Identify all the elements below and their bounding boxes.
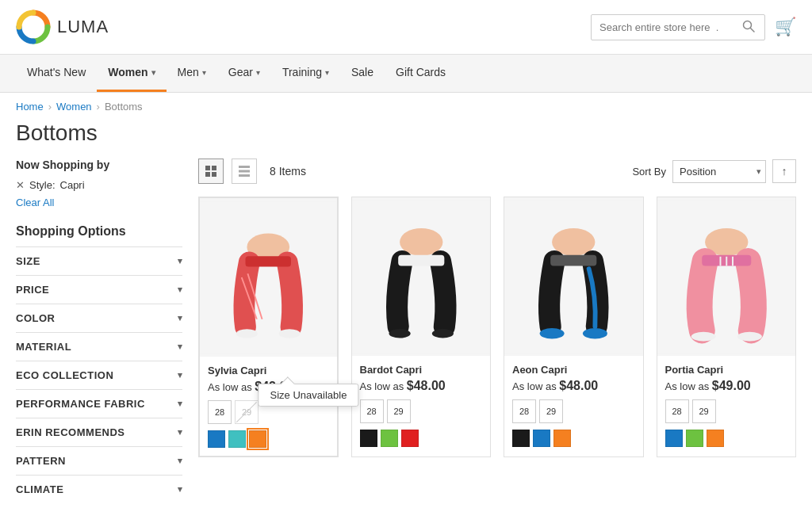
search-input[interactable] <box>599 21 742 33</box>
product-name-aeon[interactable]: Aeon Capri <box>512 364 635 376</box>
color-swatch-blue[interactable] <box>665 430 683 447</box>
svg-point-1 <box>27 21 40 33</box>
product-card-sylvia-capri: Sylvia Capri As low as $42.00 28 29 Size… <box>198 197 339 457</box>
svg-rect-20 <box>398 255 444 266</box>
color-swatch-blue[interactable] <box>533 430 550 447</box>
header-right: 🛒 <box>591 14 796 40</box>
product-image-aeon[interactable] <box>504 197 643 356</box>
product-info-aeon: Aeon Capri As low as $48.00 28 29 <box>504 356 643 455</box>
size-swatch-29[interactable]: 29 <box>539 399 563 423</box>
color-swatch-green[interactable] <box>686 430 703 447</box>
svg-point-34 <box>691 332 715 342</box>
sort-direction-button[interactable]: ↑ <box>772 159 796 183</box>
grid-view-button[interactable] <box>198 159 224 184</box>
shopping-options-title: Shopping Options <box>16 224 182 239</box>
breadcrumb-home[interactable]: Home <box>16 101 44 113</box>
sort-select-wrapper[interactable]: Position Product Name Price <box>672 160 766 183</box>
color-swatch-red[interactable] <box>401 430 419 447</box>
sort-select[interactable]: Position Product Name Price <box>672 160 766 183</box>
filter-color-label: COLOR <box>16 312 55 324</box>
svg-rect-23 <box>504 200 643 353</box>
nav-arrow-training: ▾ <box>325 68 329 77</box>
logo-text: LUMA <box>57 17 109 37</box>
logo-icon <box>16 10 51 44</box>
product-name-portia[interactable]: Portia Capri <box>665 364 788 376</box>
main-nav: What's New Women ▾ Men ▾ Gear ▾ Training… <box>0 55 812 93</box>
size-swatch-28[interactable]: 28 <box>512 399 536 423</box>
size-swatch-28[interactable]: 28 <box>360 399 384 423</box>
size-swatch-29[interactable]: 29 <box>387 399 411 423</box>
size-swatch-28[interactable]: 28 <box>665 399 689 423</box>
svg-rect-6 <box>205 172 210 177</box>
color-swatch-orange[interactable] <box>707 430 724 447</box>
breadcrumb-sep-1: › <box>48 101 52 113</box>
filter-erin-recommends-label: ERIN RECOMMENDS <box>16 426 125 438</box>
remove-filter-button[interactable]: ✕ <box>16 179 25 191</box>
nav-arrow-men: ▾ <box>202 68 206 77</box>
color-swatch-blue[interactable] <box>208 430 225 448</box>
color-swatch-green[interactable] <box>381 430 398 447</box>
svg-rect-18 <box>352 200 491 353</box>
list-view-button[interactable] <box>232 159 257 184</box>
nav-item-women[interactable]: Women ▾ <box>97 55 166 92</box>
filter-color[interactable]: COLOR ▾ <box>16 304 182 332</box>
filter-pattern[interactable]: PATTERN ▾ <box>16 446 182 475</box>
chevron-down-icon: ▾ <box>178 427 183 437</box>
breadcrumb-current: Bottoms <box>105 101 143 113</box>
filter-climate-label: CLIMATE <box>16 483 63 495</box>
size-swatch-28[interactable]: 28 <box>208 400 232 424</box>
logo[interactable]: LUMA <box>16 10 109 44</box>
cart-icon[interactable]: 🛒 <box>775 17 796 37</box>
breadcrumb-women[interactable]: Women <box>56 101 92 113</box>
filter-material[interactable]: MATERIAL ▾ <box>16 332 182 361</box>
filter-material-label: MATERIAL <box>16 341 71 353</box>
nav-item-whats-new[interactable]: What's New <box>16 55 97 92</box>
product-image-sylvia[interactable] <box>200 198 337 357</box>
color-swatch-orange[interactable] <box>249 430 266 448</box>
filter-size-label: SIZE <box>16 255 40 267</box>
nav-item-training[interactable]: Training ▾ <box>271 55 340 92</box>
aeon-capri-image <box>504 197 643 356</box>
chevron-down-icon: ▾ <box>178 342 183 352</box>
filter-erin-recommends[interactable]: ERIN RECOMMENDS ▾ <box>16 418 182 446</box>
color-swatch-black[interactable] <box>360 430 377 447</box>
search-box[interactable] <box>591 14 765 40</box>
chevron-down-icon: ▾ <box>178 256 183 266</box>
portia-capri-image <box>657 197 796 356</box>
size-swatches-aeon: 28 29 <box>512 399 635 423</box>
filter-climate[interactable]: CLIMATE ▾ <box>16 475 182 503</box>
size-swatches-bardot: 28 29 <box>360 399 483 423</box>
svg-rect-10 <box>239 174 250 177</box>
filter-size[interactable]: SIZE ▾ <box>16 246 182 275</box>
filter-eco-collection[interactable]: ECO COLLECTION ▾ <box>16 361 182 389</box>
product-name-sylvia[interactable]: Sylvia Capri <box>208 365 329 376</box>
nav-item-gear[interactable]: Gear ▾ <box>217 55 271 92</box>
filter-performance-fabric[interactable]: PERFORMANCE FABRIC ▾ <box>16 389 182 418</box>
color-swatches-aeon <box>512 430 635 447</box>
toolbar-left: 8 Items <box>198 159 306 184</box>
size-swatch-29[interactable]: 29 <box>692 399 716 423</box>
svg-point-22 <box>431 329 453 338</box>
product-image-bardot[interactable] <box>352 197 491 356</box>
chevron-down-icon: ▾ <box>178 313 183 323</box>
filter-price[interactable]: PRICE ▾ <box>16 275 182 304</box>
clear-all-link[interactable]: Clear All <box>16 197 54 208</box>
color-swatch-teal[interactable] <box>228 430 246 448</box>
search-button[interactable] <box>742 20 755 35</box>
color-swatch-black[interactable] <box>512 430 530 447</box>
svg-point-21 <box>389 329 410 338</box>
nav-arrow-gear: ▾ <box>256 68 260 77</box>
nav-item-gift-cards[interactable]: Gift Cards <box>385 55 457 92</box>
product-grid: Sylvia Capri As low as $42.00 28 29 Size… <box>198 197 796 457</box>
product-info-portia: Portia Capri As low as $49.00 28 29 <box>657 356 796 455</box>
color-swatches-sylvia <box>208 430 329 448</box>
grid-icon <box>205 166 216 177</box>
size-swatch-29-unavailable[interactable]: 29 <box>235 400 259 424</box>
product-name-bardot[interactable]: Bardot Capri <box>360 364 483 376</box>
nav-item-sale[interactable]: Sale <box>340 55 385 92</box>
color-swatches-portia <box>665 430 788 447</box>
nav-item-men[interactable]: Men ▾ <box>167 55 217 92</box>
color-swatch-orange[interactable] <box>553 430 571 447</box>
product-price-bardot: As low as $48.00 <box>360 379 483 393</box>
product-image-portia[interactable] <box>657 197 796 356</box>
